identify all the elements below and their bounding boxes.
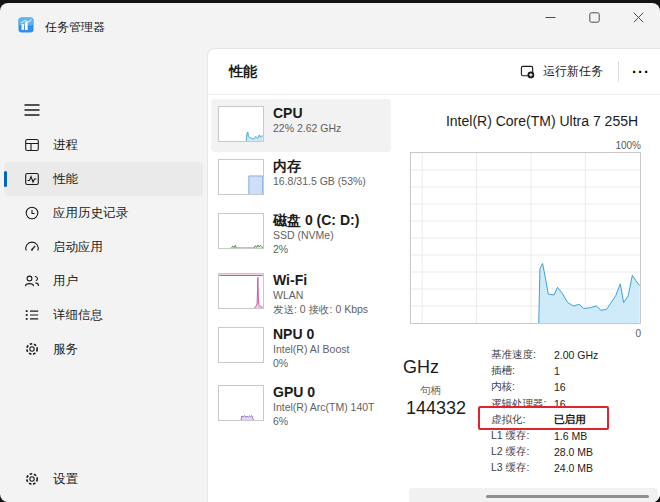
services-gear-icon [24, 341, 40, 357]
speedometer-icon [24, 239, 40, 255]
spec-row-base-speed: 基准速度: 2.00 GHz [491, 347, 659, 363]
chart-scale-min: 0 [541, 328, 641, 339]
task-manager-app-icon [18, 17, 34, 33]
memory-mini-chart [218, 159, 264, 195]
minimize-icon [545, 12, 556, 23]
cpu-spec-table: 基准速度: 2.00 GHz 插槽: 1 内核: 16 逻辑处理器: 16 虚拟… [491, 347, 659, 477]
sidebar: 进程 性能 应用历史记录 启动应用 [0, 43, 207, 502]
run-new-task-button[interactable]: 运行新任务 [511, 58, 612, 85]
sidebar-item-app-history[interactable]: 应用历史记录 [4, 196, 203, 230]
sidebar-item-label: 启动应用 [53, 239, 103, 256]
perf-item-stat: SSD (NVMe) [273, 229, 389, 243]
gpu-mini-chart [218, 385, 264, 421]
maximize-icon [589, 12, 600, 23]
perf-item-name: CPU [273, 104, 389, 122]
perf-item-stat: WLAN [273, 289, 389, 303]
spec-row-virtualization: 虚拟化: 已启用 [491, 412, 659, 428]
perf-item-name: 磁盘 0 (C: D:) [273, 211, 389, 229]
sidebar-nav: 进程 性能 应用历史记录 启动应用 [4, 128, 203, 366]
sidebar-item-label: 详细信息 [53, 307, 103, 324]
spec-row-cores: 内核: 16 [491, 379, 659, 395]
perf-item-stat: Intel(R) AI Boost [273, 343, 389, 357]
close-button[interactable] [616, 3, 660, 32]
horizontal-scrollbar-thumb[interactable] [486, 495, 649, 498]
spec-row-l2-cache: L2 缓存: 28.0 MB [491, 444, 659, 460]
perf-item-wifi[interactable]: Wi-Fi WLAN 发送: 0 接收: 0 Kbps [211, 266, 391, 326]
task-manager-window: 任务管理器 [0, 3, 660, 502]
close-icon [633, 12, 644, 23]
sidebar-item-label: 设置 [53, 471, 78, 488]
cpu-model-title: Intel(R) Core(TM) Ultra 7 255H [422, 113, 660, 129]
sidebar-item-label: 应用历史记录 [53, 205, 128, 222]
perf-item-stat: Intel(R) Arc(TM) 140T [273, 401, 389, 415]
spec-row-l1-cache: L1 缓存: 1.6 MB [491, 428, 659, 444]
sidebar-item-label: 性能 [53, 171, 78, 188]
sidebar-item-label: 用户 [53, 273, 78, 290]
perf-item-npu[interactable]: NPU 0 Intel(R) AI Boost 0% [211, 320, 391, 380]
perf-item-memory[interactable]: 内存 16.8/31.5 GB (53%) [211, 152, 391, 204]
disk-mini-chart [218, 213, 264, 249]
perf-item-stat: 22% 2.62 GHz [273, 122, 389, 136]
handles-label: 句柄 [420, 384, 441, 398]
details-list-icon [24, 307, 40, 323]
horizontal-scrollbar[interactable] [409, 488, 658, 502]
sidebar-item-label: 服务 [53, 341, 78, 358]
spec-row-l3-cache: L3 缓存: 24.0 MB [491, 460, 659, 476]
sidebar-item-label: 进程 [53, 137, 78, 154]
perf-item-stat: 发送: 0 接收: 0 Kbps [273, 303, 389, 317]
perf-item-disk[interactable]: 磁盘 0 (C: D:) SSD (NVMe) 2% [211, 206, 391, 266]
sidebar-item-processes[interactable]: 进程 [4, 128, 203, 162]
spec-row-sockets: 插槽: 1 [491, 363, 659, 379]
perf-item-name: NPU 0 [273, 325, 389, 343]
ellipsis-icon: ··· [632, 63, 650, 80]
sidebar-item-startup-apps[interactable]: 启动应用 [4, 230, 203, 264]
npu-mini-chart [218, 327, 264, 363]
perf-item-stat: 0% [273, 357, 389, 371]
perf-item-name: Wi-Fi [273, 271, 389, 289]
perf-item-stat: 2% [273, 243, 389, 257]
sidebar-item-performance[interactable]: 性能 [4, 162, 203, 196]
perf-item-gpu[interactable]: GPU 0 Intel(R) Arc(TM) 140T 6% [211, 378, 391, 438]
chart-scale-max: 100% [541, 140, 641, 151]
titlebar: 任务管理器 [0, 3, 660, 43]
sidebar-item-services[interactable]: 服务 [4, 332, 203, 366]
sidebar-item-details[interactable]: 详细信息 [4, 298, 203, 332]
more-options-button[interactable]: ··· [625, 58, 657, 85]
users-icon [24, 273, 40, 289]
app-title: 任务管理器 [45, 19, 105, 36]
minimize-button[interactable] [528, 3, 572, 32]
cpu-mini-chart [218, 106, 264, 142]
processes-icon [24, 137, 40, 153]
performance-icon [24, 171, 40, 187]
sidebar-item-users[interactable]: 用户 [4, 264, 203, 298]
handles-value: 144332 [406, 398, 466, 419]
perf-item-stat: 6% [273, 415, 389, 429]
speed-unit-clipped: GHz [403, 357, 439, 378]
perf-item-name: 内存 [273, 157, 389, 175]
spec-row-logical-processors: 逻辑处理器: 16 [491, 396, 659, 412]
header-divider [208, 94, 660, 95]
settings-gear-icon [24, 471, 40, 487]
perf-item-cpu[interactable]: CPU 22% 2.62 GHz [211, 99, 391, 152]
hamburger-icon [24, 103, 40, 117]
wifi-mini-chart [218, 273, 264, 309]
perf-item-stat: 16.8/31.5 GB (53%) [273, 175, 389, 189]
cpu-utilization-chart [410, 152, 641, 324]
maximize-button[interactable] [572, 3, 616, 32]
navigation-menu-button[interactable] [14, 95, 50, 125]
run-new-task-label: 运行新任务 [543, 63, 603, 80]
sidebar-item-settings[interactable]: 设置 [4, 462, 203, 496]
perf-item-name: GPU 0 [273, 383, 389, 401]
history-clock-icon [24, 205, 40, 221]
page-title: 性能 [229, 63, 257, 81]
performance-panel: 性能 运行新任务 ··· CPU 22% 2.62 GHz [207, 48, 660, 502]
run-new-task-icon [520, 64, 535, 79]
header-separator [618, 61, 619, 82]
